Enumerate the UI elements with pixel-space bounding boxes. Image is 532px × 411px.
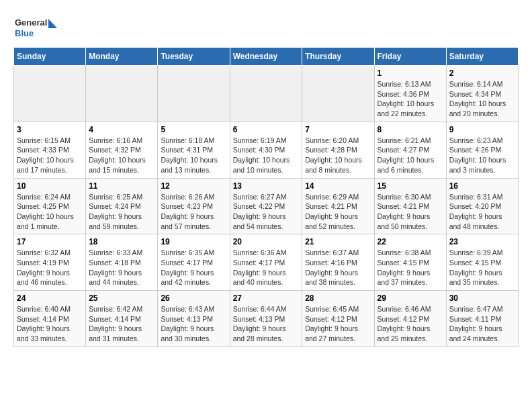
- calendar-cell: 2Sunrise: 6:14 AMSunset: 4:34 PMDaylight…: [446, 66, 518, 122]
- day-number: 17: [17, 237, 83, 246]
- day-number: 12: [161, 181, 226, 191]
- day-number: 8: [378, 125, 443, 134]
- day-number: 28: [305, 293, 371, 303]
- day-number: 30: [449, 293, 515, 303]
- calendar-cell: 26Sunrise: 6:43 AMSunset: 4:13 PMDayligh…: [158, 291, 230, 347]
- day-number: 26: [161, 293, 226, 303]
- calendar-cell: 11Sunrise: 6:25 AMSunset: 4:24 PMDayligh…: [86, 178, 158, 234]
- day-info: Sunrise: 6:15 AMSunset: 4:33 PMDaylight:…: [17, 136, 83, 175]
- calendar-cell: [14, 66, 86, 122]
- day-number: 16: [449, 181, 515, 191]
- logo: GeneralBlue: [13, 13, 60, 40]
- day-number: 5: [161, 125, 226, 134]
- day-number: 22: [378, 237, 443, 246]
- day-info: Sunrise: 6:27 AMSunset: 4:22 PMDaylight:…: [233, 192, 300, 232]
- calendar-cell: 22Sunrise: 6:38 AMSunset: 4:15 PMDayligh…: [374, 234, 446, 291]
- calendar-cell: 8Sunrise: 6:21 AMSunset: 4:27 PMDaylight…: [374, 122, 446, 178]
- logo-svg: GeneralBlue: [13, 13, 60, 40]
- day-number: 11: [89, 181, 154, 191]
- day-info: Sunrise: 6:18 AMSunset: 4:31 PMDaylight:…: [161, 136, 226, 175]
- day-info: Sunrise: 6:31 AMSunset: 4:20 PMDaylight:…: [449, 192, 515, 232]
- day-info: Sunrise: 6:37 AMSunset: 4:16 PMDaylight:…: [305, 248, 371, 287]
- header-wednesday: Wednesday: [230, 48, 302, 66]
- day-info: Sunrise: 6:16 AMSunset: 4:32 PMDaylight:…: [89, 136, 154, 175]
- header-thursday: Thursday: [302, 48, 374, 66]
- day-info: Sunrise: 6:46 AMSunset: 4:12 PMDaylight:…: [378, 304, 443, 344]
- day-number: 9: [449, 125, 515, 134]
- calendar-cell: 12Sunrise: 6:26 AMSunset: 4:23 PMDayligh…: [158, 178, 230, 234]
- calendar-cell: 20Sunrise: 6:36 AMSunset: 4:17 PMDayligh…: [230, 234, 302, 291]
- calendar-cell: [86, 66, 158, 122]
- calendar-cell: 14Sunrise: 6:29 AMSunset: 4:21 PMDayligh…: [302, 178, 374, 234]
- calendar-cell: 1Sunrise: 6:13 AMSunset: 4:36 PMDaylight…: [374, 66, 446, 122]
- calendar-cell: [158, 66, 230, 122]
- day-info: Sunrise: 6:29 AMSunset: 4:21 PMDaylight:…: [305, 192, 371, 232]
- day-number: 25: [89, 293, 154, 303]
- calendar-cell: 7Sunrise: 6:20 AMSunset: 4:28 PMDaylight…: [302, 122, 374, 178]
- calendar-cell: 28Sunrise: 6:45 AMSunset: 4:12 PMDayligh…: [302, 291, 374, 347]
- header-tuesday: Tuesday: [158, 48, 230, 66]
- day-info: Sunrise: 6:36 AMSunset: 4:17 PMDaylight:…: [233, 248, 300, 287]
- calendar-cell: 17Sunrise: 6:32 AMSunset: 4:19 PMDayligh…: [14, 234, 86, 291]
- day-number: 10: [17, 181, 83, 191]
- day-info: Sunrise: 6:20 AMSunset: 4:28 PMDaylight:…: [305, 136, 371, 175]
- calendar-cell: 21Sunrise: 6:37 AMSunset: 4:16 PMDayligh…: [302, 234, 374, 291]
- calendar-week-row: 1Sunrise: 6:13 AMSunset: 4:36 PMDaylight…: [14, 66, 519, 122]
- header-monday: Monday: [86, 48, 158, 66]
- calendar-cell: 15Sunrise: 6:30 AMSunset: 4:21 PMDayligh…: [374, 178, 446, 234]
- header: GeneralBlue: [13, 13, 519, 40]
- day-info: Sunrise: 6:21 AMSunset: 4:27 PMDaylight:…: [378, 136, 443, 175]
- day-info: Sunrise: 6:14 AMSunset: 4:34 PMDaylight:…: [449, 79, 515, 119]
- day-info: Sunrise: 6:26 AMSunset: 4:23 PMDaylight:…: [161, 192, 226, 232]
- calendar-cell: 19Sunrise: 6:35 AMSunset: 4:17 PMDayligh…: [158, 234, 230, 291]
- calendar-week-row: 3Sunrise: 6:15 AMSunset: 4:33 PMDaylight…: [14, 122, 519, 178]
- day-info: Sunrise: 6:42 AMSunset: 4:14 PMDaylight:…: [89, 304, 154, 344]
- header-saturday: Saturday: [446, 48, 518, 66]
- calendar-cell: 29Sunrise: 6:46 AMSunset: 4:12 PMDayligh…: [374, 291, 446, 347]
- day-number: 14: [305, 181, 371, 191]
- calendar-cell: 6Sunrise: 6:19 AMSunset: 4:30 PMDaylight…: [230, 122, 302, 178]
- day-number: 2: [449, 68, 515, 78]
- day-info: Sunrise: 6:24 AMSunset: 4:25 PMDaylight:…: [17, 192, 83, 232]
- day-number: 15: [378, 181, 443, 191]
- day-info: Sunrise: 6:30 AMSunset: 4:21 PMDaylight:…: [378, 192, 443, 232]
- calendar-cell: 3Sunrise: 6:15 AMSunset: 4:33 PMDaylight…: [14, 122, 86, 178]
- calendar-cell: 24Sunrise: 6:40 AMSunset: 4:14 PMDayligh…: [14, 291, 86, 347]
- day-number: 7: [305, 125, 371, 134]
- day-info: Sunrise: 6:25 AMSunset: 4:24 PMDaylight:…: [89, 192, 154, 232]
- day-number: 1: [378, 68, 443, 78]
- svg-text:Blue: Blue: [15, 28, 34, 38]
- day-number: 23: [449, 237, 515, 246]
- day-info: Sunrise: 6:40 AMSunset: 4:14 PMDaylight:…: [17, 304, 83, 344]
- day-number: 21: [305, 237, 371, 246]
- day-number: 27: [233, 293, 300, 303]
- day-info: Sunrise: 6:19 AMSunset: 4:30 PMDaylight:…: [233, 136, 300, 175]
- day-number: 13: [233, 181, 300, 191]
- header-friday: Friday: [374, 48, 446, 66]
- calendar-cell: 13Sunrise: 6:27 AMSunset: 4:22 PMDayligh…: [230, 178, 302, 234]
- calendar-cell: [230, 66, 302, 122]
- day-number: 18: [89, 237, 154, 246]
- calendar-cell: 25Sunrise: 6:42 AMSunset: 4:14 PMDayligh…: [86, 291, 158, 347]
- day-number: 19: [161, 237, 226, 246]
- calendar-cell: 23Sunrise: 6:39 AMSunset: 4:15 PMDayligh…: [446, 234, 518, 291]
- calendar-cell: 10Sunrise: 6:24 AMSunset: 4:25 PMDayligh…: [14, 178, 86, 234]
- calendar-week-row: 10Sunrise: 6:24 AMSunset: 4:25 PMDayligh…: [14, 178, 519, 234]
- day-info: Sunrise: 6:44 AMSunset: 4:13 PMDaylight:…: [233, 304, 300, 344]
- calendar-cell: 5Sunrise: 6:18 AMSunset: 4:31 PMDaylight…: [158, 122, 230, 178]
- day-number: 20: [233, 237, 300, 246]
- calendar-week-row: 24Sunrise: 6:40 AMSunset: 4:14 PMDayligh…: [14, 291, 519, 347]
- day-info: Sunrise: 6:35 AMSunset: 4:17 PMDaylight:…: [161, 248, 226, 287]
- day-info: Sunrise: 6:38 AMSunset: 4:15 PMDaylight:…: [378, 248, 443, 287]
- svg-text:General: General: [15, 17, 47, 28]
- day-number: 29: [378, 293, 443, 303]
- day-info: Sunrise: 6:43 AMSunset: 4:13 PMDaylight:…: [161, 304, 226, 344]
- day-info: Sunrise: 6:39 AMSunset: 4:15 PMDaylight:…: [449, 248, 515, 287]
- calendar-cell: 4Sunrise: 6:16 AMSunset: 4:32 PMDaylight…: [86, 122, 158, 178]
- day-info: Sunrise: 6:45 AMSunset: 4:12 PMDaylight:…: [305, 304, 371, 344]
- svg-marker-0: [48, 19, 57, 28]
- calendar-cell: 30Sunrise: 6:47 AMSunset: 4:11 PMDayligh…: [446, 291, 518, 347]
- day-info: Sunrise: 6:13 AMSunset: 4:36 PMDaylight:…: [378, 79, 443, 119]
- day-info: Sunrise: 6:33 AMSunset: 4:18 PMDaylight:…: [89, 248, 154, 287]
- day-number: 6: [233, 125, 300, 134]
